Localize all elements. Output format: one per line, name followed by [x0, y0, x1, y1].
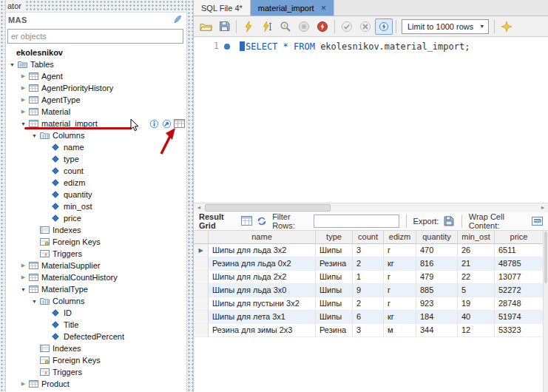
- cell-quantity[interactable]: 885: [416, 284, 458, 297]
- cell-count[interactable]: 2: [353, 257, 384, 271]
- tree-item-materialsupplier[interactable]: ▶MaterialSupplier: [6, 260, 186, 271]
- wrench-icon[interactable]: [161, 118, 172, 129]
- tree-item-material-import[interactable]: ▼material_import: [6, 118, 186, 129]
- cell-edizm[interactable]: г: [384, 284, 416, 297]
- cell-price[interactable]: 6511: [495, 244, 544, 257]
- commit-icon[interactable]: [338, 18, 356, 35]
- stop-on-error-icon[interactable]: [314, 18, 331, 35]
- tree-item-min-ost[interactable]: min_ost: [6, 200, 186, 212]
- cell-quantity[interactable]: 923: [416, 297, 458, 311]
- tree-item-materialcounthistory[interactable]: ▶MaterialCountHistory: [6, 271, 186, 283]
- table-row[interactable]: ▶Шипы для льда 3x2Шипы3г470266511: [194, 244, 543, 257]
- cell-quantity[interactable]: 470: [416, 244, 458, 257]
- cell-price[interactable]: 28748: [495, 297, 544, 311]
- cell-price[interactable]: 53323: [495, 324, 544, 337]
- table-row[interactable]: Резина для льда 0x2Резина2кг8162148785: [194, 257, 543, 271]
- collapsed-arrow-icon[interactable]: ▶: [19, 274, 27, 280]
- cell-count[interactable]: 9: [353, 284, 384, 297]
- cell-quantity[interactable]: 344: [416, 324, 458, 337]
- tree-item-type[interactable]: type: [6, 153, 186, 165]
- cell-count[interactable]: 6: [353, 311, 384, 324]
- cell-edizm[interactable]: м: [384, 324, 416, 337]
- tree-item-indexes[interactable]: Indexes: [6, 342, 186, 354]
- editor-hscrollbar[interactable]: ◄ ►: [194, 203, 548, 212]
- table-row[interactable]: Шипы для лета 3x1Шипы6кг1844051974: [194, 311, 543, 324]
- table-row[interactable]: Шипы для пустыни 3x2Шипы2г9231928748: [194, 297, 543, 311]
- cell-min_ost[interactable]: 40: [458, 311, 495, 324]
- cell-count[interactable]: 1: [353, 271, 384, 284]
- cell-edizm[interactable]: г: [384, 271, 416, 284]
- cell-type[interactable]: Шипы: [316, 311, 353, 324]
- cell-price[interactable]: 51974: [495, 311, 544, 324]
- expanded-arrow-icon[interactable]: ▼: [8, 62, 16, 67]
- cell-name[interactable]: Шипы для пустыни 3x2: [209, 297, 316, 311]
- cell-type[interactable]: Шипы: [316, 284, 353, 297]
- cell-count[interactable]: 3: [353, 244, 384, 257]
- column-header-name[interactable]: name: [209, 231, 316, 244]
- tree-item-count[interactable]: count: [6, 165, 186, 177]
- cell-min_ost[interactable]: 19: [458, 297, 495, 311]
- collapsed-arrow-icon[interactable]: ▶: [19, 381, 27, 387]
- result-grid-icon[interactable]: [240, 214, 251, 228]
- tree-item-triggers[interactable]: Triggers: [6, 248, 186, 260]
- tree-item-triggers[interactable]: Triggers: [6, 366, 186, 378]
- cell-type[interactable]: Шипы: [316, 244, 353, 257]
- tree-item-name[interactable]: name: [6, 141, 186, 153]
- tree-item-price[interactable]: price: [6, 212, 186, 224]
- column-header-quantity[interactable]: quantity: [416, 231, 458, 244]
- cell-min_ost[interactable]: 21: [458, 257, 495, 271]
- limit-rows-dropdown[interactable]: Limit to 1000 rows ▼: [402, 19, 489, 34]
- grid-vscrollbar[interactable]: [543, 231, 548, 392]
- execute-current-icon[interactable]: [258, 18, 276, 35]
- tree-item-ekolesnikov[interactable]: ekolesnikov: [6, 47, 186, 58]
- column-header-price[interactable]: price: [495, 231, 544, 244]
- scroll-right-icon[interactable]: ►: [538, 203, 548, 212]
- tree-item-columns[interactable]: ▼Columns: [6, 295, 186, 307]
- table-row[interactable]: Шипы для льда 2x2Шипы1г4792213077: [194, 271, 543, 284]
- cell-edizm[interactable]: кг: [384, 257, 416, 271]
- grid-vscroll-thumb[interactable]: [544, 232, 547, 283]
- tree-item-title[interactable]: Title: [6, 319, 186, 331]
- tab-sql-file-4[interactable]: SQL File 4*: [194, 0, 251, 16]
- explain-icon[interactable]: [277, 18, 294, 35]
- tree-item-foreign-keys[interactable]: Foreign Keys: [6, 354, 186, 366]
- tree-item-indexes[interactable]: Indexes: [6, 224, 186, 236]
- cell-count[interactable]: 2: [353, 297, 384, 311]
- cell-name[interactable]: Резина для зимы 2x3: [209, 324, 316, 337]
- cell-min_ost[interactable]: 5: [458, 284, 495, 297]
- open-table-icon[interactable]: [174, 118, 185, 129]
- tree-item-quantity[interactable]: quantity: [6, 189, 186, 200]
- cell-edizm[interactable]: г: [384, 297, 416, 311]
- tree-item-foreign-keys[interactable]: Foreign Keys: [6, 236, 186, 248]
- autocommit-toggle-icon[interactable]: [375, 18, 393, 35]
- cell-price[interactable]: 52272: [495, 284, 544, 297]
- tree-item-product[interactable]: ▶Product: [6, 378, 186, 390]
- cell-price[interactable]: 13077: [495, 271, 544, 284]
- save-script-icon[interactable]: [215, 18, 233, 35]
- tree-item-edizm[interactable]: edizm: [6, 177, 186, 189]
- cell-min_ost[interactable]: 12: [458, 324, 495, 337]
- scroll-left-icon[interactable]: ◄: [194, 203, 204, 212]
- collapsed-arrow-icon[interactable]: ▶: [19, 85, 27, 91]
- cell-name[interactable]: Шипы для льда 3x0: [209, 284, 316, 297]
- cell-quantity[interactable]: 184: [416, 311, 458, 324]
- collapsed-arrow-icon[interactable]: ▶: [19, 263, 27, 268]
- tree-item-agenttype[interactable]: ▶AgentType: [6, 94, 186, 106]
- beautify-script-icon[interactable]: [498, 18, 515, 35]
- collapsed-arrow-icon[interactable]: ▶: [19, 109, 27, 115]
- close-tab-icon[interactable]: ✕: [321, 4, 327, 12]
- expanded-arrow-icon[interactable]: ▼: [30, 299, 38, 304]
- info-icon[interactable]: [149, 118, 160, 129]
- cell-edizm[interactable]: г: [384, 244, 416, 257]
- cell-quantity[interactable]: 816: [416, 257, 458, 271]
- tree-item-tables[interactable]: ▼Tables: [6, 58, 186, 70]
- rollback-icon[interactable]: [356, 18, 374, 35]
- tree-item-material[interactable]: ▶Material: [6, 106, 186, 118]
- expanded-arrow-icon[interactable]: ▼: [30, 133, 38, 138]
- cell-name[interactable]: Шипы для льда 3x2: [209, 244, 316, 257]
- execute-icon[interactable]: [240, 18, 257, 35]
- hscroll-track[interactable]: [204, 203, 538, 212]
- refresh-schemas-icon[interactable]: [173, 15, 182, 25]
- cell-min_ost[interactable]: 26: [458, 244, 495, 257]
- column-header-edizm[interactable]: edizm: [384, 231, 416, 244]
